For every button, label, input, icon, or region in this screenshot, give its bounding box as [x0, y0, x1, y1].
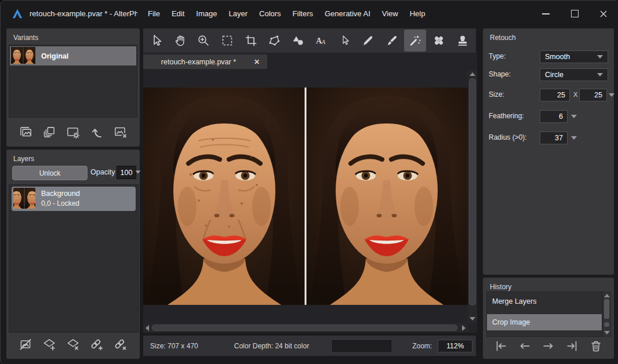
opacity-input[interactable]: 100: [117, 166, 136, 179]
history-last-icon[interactable]: [564, 337, 581, 355]
type-dropdown[interactable]: Smooth: [540, 50, 608, 63]
crop-tool[interactable]: [240, 30, 262, 52]
hide-layer-icon[interactable]: [17, 336, 34, 353]
patch-heal-tool[interactable]: [428, 30, 450, 52]
scroll-down-icon[interactable]: [604, 331, 610, 334]
history-scrollbar[interactable]: [602, 292, 611, 337]
text-tool[interactable]: AA: [310, 30, 332, 52]
layer-thumbnail: [13, 188, 35, 210]
menu-edit[interactable]: Edit: [166, 6, 190, 21]
retouch-shape-row: Shape: Circle: [483, 68, 614, 81]
variant-label: Original: [41, 52, 68, 60]
menu-colors[interactable]: Colors: [253, 6, 287, 21]
unlock-button[interactable]: Unlock: [12, 166, 88, 180]
titlebar: retouch-example.pvar * - AlterPh... File…: [1, 1, 618, 27]
select-cursor-tool[interactable]: [146, 30, 168, 52]
menu-help[interactable]: Help: [404, 6, 431, 21]
delete-variant-icon[interactable]: [112, 123, 129, 141]
history-clear-trash-icon[interactable]: [587, 337, 605, 355]
polygon-select-tool[interactable]: [263, 30, 285, 52]
layer-item-background[interactable]: Background 0,0 - Locked: [12, 187, 136, 211]
node-select-tool[interactable]: [334, 30, 356, 52]
menu-filters[interactable]: Filters: [287, 6, 319, 21]
rect-marquee-tool[interactable]: [216, 30, 238, 52]
retouch-feathering-row: Feathering: 6: [483, 110, 614, 123]
size-height-input[interactable]: 25: [579, 89, 607, 101]
duplicate-variant-icon[interactable]: [41, 123, 58, 141]
menu-file[interactable]: File: [142, 6, 166, 21]
promote-variant-icon[interactable]: [88, 123, 106, 141]
opacity-dropdown-icon[interactable]: [136, 170, 141, 173]
add-layer-icon[interactable]: [41, 336, 58, 353]
shape-label: Shape:: [489, 70, 511, 78]
scroll-left-icon[interactable]: [146, 325, 149, 331]
type-label: Type:: [489, 52, 506, 60]
zoom-magnifier-tool[interactable]: [192, 30, 215, 52]
delete-layer-icon[interactable]: [64, 336, 82, 353]
history-item-merge-layers[interactable]: Merge Layers: [487, 293, 602, 310]
scroll-up-icon[interactable]: [470, 72, 475, 76]
unlink-layer-icon[interactable]: [112, 336, 129, 353]
canvas-image[interactable]: [143, 88, 468, 305]
variant-item-original[interactable]: Original: [10, 46, 136, 65]
app-window: retouch-example.pvar * - AlterPh... File…: [0, 0, 618, 364]
vertical-scrollbar[interactable]: [468, 70, 477, 323]
history-forward-icon[interactable]: [540, 337, 557, 355]
history-first-icon[interactable]: [492, 337, 510, 355]
history-item-crop-image[interactable]: Crop Image: [487, 314, 602, 330]
retouch-panel-title: Retouch: [483, 28, 614, 45]
layers-list: Background 0,0 - Locked: [9, 184, 139, 333]
canvas-region: retouch-example.pvar * ✕: [143, 53, 477, 333]
brush-tool[interactable]: [381, 30, 403, 52]
variant-thumbnail: [11, 47, 35, 65]
maximize-icon[interactable]: [569, 8, 580, 20]
history-toolbar: [488, 336, 609, 356]
menu-image[interactable]: Image: [190, 6, 223, 21]
feathering-stepper-icon[interactable]: [571, 115, 577, 118]
history-back-icon[interactable]: [516, 337, 533, 355]
add-variant-icon[interactable]: [17, 123, 34, 141]
minimize-icon[interactable]: [540, 8, 551, 20]
size-stepper-icon[interactable]: [609, 93, 615, 97]
radius-input[interactable]: 37: [540, 132, 568, 144]
magic-wand-retouch-tool[interactable]: [404, 30, 426, 52]
scroll-down-icon[interactable]: [470, 317, 475, 321]
size-label: Size:: [489, 90, 504, 99]
scroll-right-icon[interactable]: [462, 325, 466, 331]
window-title: retouch-example.pvar * - AlterPh...: [30, 9, 137, 18]
horizontal-scrollbar[interactable]: [143, 323, 468, 332]
history-scroll-thumb[interactable]: [604, 299, 609, 319]
canvas-viewport: [143, 70, 468, 323]
menu-view[interactable]: View: [376, 6, 404, 21]
size-width-input[interactable]: 25: [540, 89, 570, 101]
close-icon[interactable]: [598, 8, 609, 20]
scroll-up-icon[interactable]: [604, 294, 610, 297]
history-scroll-dot: [604, 322, 609, 327]
clone-stamp-tool[interactable]: [452, 30, 474, 52]
document-tab[interactable]: retouch-example.pvar * ✕: [143, 54, 267, 69]
shapes-tool[interactable]: [287, 30, 309, 52]
status-size: Size: 707 x 470: [150, 342, 198, 350]
menu-layer[interactable]: Layer: [223, 6, 254, 21]
horizontal-scroll-thumb[interactable]: [152, 325, 457, 331]
variant-settings-icon[interactable]: [64, 123, 82, 141]
layers-panel: Layers Unlock Opacity 100 Background 0,0…: [6, 150, 140, 359]
shape-dropdown[interactable]: Circle: [540, 68, 608, 81]
menu-generative-ai[interactable]: Generative AI: [319, 6, 376, 21]
link-layer-icon[interactable]: [88, 336, 106, 353]
layers-panel-title: Layers: [6, 150, 140, 166]
layer-name: Background: [41, 189, 80, 199]
radius-stepper-icon[interactable]: [571, 136, 577, 140]
status-message-field: [332, 340, 391, 352]
pencil-tool[interactable]: [357, 30, 379, 52]
document-tab-label: retouch-example.pvar *: [143, 58, 254, 66]
retouch-radius-row: Radius (>0): 37: [483, 132, 614, 144]
pan-hand-tool[interactable]: [169, 30, 191, 52]
tab-close-icon[interactable]: ✕: [254, 58, 260, 66]
vertical-scroll-thumb[interactable]: [469, 78, 476, 305]
variants-panel-title: Variants: [6, 28, 140, 45]
alterphoto-logo-icon: [11, 8, 24, 20]
feathering-input[interactable]: 6: [540, 110, 568, 123]
chevron-down-icon: [597, 73, 603, 77]
zoom-value-input[interactable]: 112%: [438, 340, 472, 352]
